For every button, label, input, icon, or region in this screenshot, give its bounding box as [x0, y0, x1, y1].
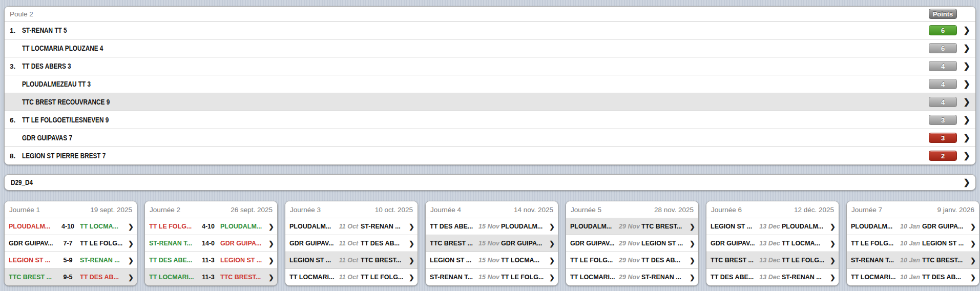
home-team: TTC BREST ... — [430, 240, 477, 247]
chevron-right-icon: ❯ — [546, 274, 555, 281]
journee-date: 26 sept. 2025 — [231, 206, 273, 214]
match-row[interactable]: TT LE FOLG... 4-10 PLOUDALM... ❯ — [145, 218, 277, 235]
journee-header: Journée 3 10 oct. 2025 — [285, 201, 418, 218]
away-team: PLOUDALM... — [501, 223, 546, 230]
match-date: 13 Dec — [758, 257, 782, 264]
match-date: 15 Nov — [477, 240, 501, 247]
away-team: ST-RENAN ... — [782, 274, 826, 281]
match-date: 10 Jan — [898, 240, 922, 247]
standings-row[interactable]: GDR GUIPAVAS 7 3 ❯ — [5, 129, 975, 147]
match-row[interactable]: ST-RENAN T... 10 Jan TTC BREST... ❯ — [847, 252, 979, 268]
chevron-right-icon: ❯ — [967, 257, 976, 264]
chevron-right-icon: ❯ — [265, 274, 274, 281]
match-row[interactable]: TT DES ABE... 15 Nov PLOUDALM... ❯ — [426, 218, 558, 235]
match-row[interactable]: TT LE FOLG... 29 Nov TT DES AB... ❯ — [566, 252, 698, 268]
standings-row[interactable]: PLOUDALMEZEAU TT 3 4 ❯ — [5, 75, 975, 93]
match-row[interactable]: PLOUDALM... 11 Oct ST-RENAN ... ❯ — [285, 218, 418, 235]
journee-title: Journée 2 — [150, 206, 180, 214]
points-badge: 4 — [929, 79, 957, 89]
match-row[interactable]: LEGION ST ... 13 Dec PLOUDALM... ❯ — [706, 218, 839, 235]
chevron-right-icon: ❯ — [546, 240, 555, 247]
points-header-badge: Points — [929, 9, 957, 19]
home-team: GDR GUIPAV... — [289, 240, 337, 247]
journee-header: Journée 2 26 sept. 2025 — [145, 201, 277, 218]
journee-card: Journée 1 19 sept. 2025 PLOUDALM... 4-10… — [4, 201, 137, 286]
match-row[interactable]: GDR GUIPAV... 7-7 TT LE FOLG... ❯ — [5, 235, 137, 252]
away-team: GDR GUIPA... — [501, 240, 546, 247]
rank-label: 6. — [10, 116, 22, 124]
journee-title: Journée 7 — [851, 206, 882, 214]
home-team: TT DES ABE... — [149, 257, 196, 264]
home-team: TT DES ABE... — [430, 223, 477, 230]
standings-row[interactable]: 6. TT LE FOLGOET/LESNEVEN 9 3 ❯ — [5, 111, 975, 129]
standings-row[interactable]: TT LOCMARIA PLOUZANE 4 6 ❯ — [5, 39, 975, 57]
match-row[interactable]: TT LOCMARI... 10 Jan TT DES AB... ❯ — [847, 268, 979, 285]
away-team: LEGION ST ... — [641, 240, 686, 247]
team-name: PLOUDALMEZEAU TT 3 — [22, 80, 91, 88]
home-team: GDR GUIPAV... — [711, 240, 758, 247]
match-date: 11 Oct — [337, 240, 361, 247]
match-score: 4-10 — [56, 223, 80, 230]
match-row[interactable]: TT LE FOLG... 10 Jan LEGION ST ... ❯ — [847, 235, 979, 252]
home-team: PLOUDALM... — [851, 223, 898, 230]
chevron-right-icon: ❯ — [124, 223, 134, 230]
away-team: TT LE FOLG... — [80, 240, 124, 247]
match-score: 9-5 — [56, 274, 80, 281]
chevron-right-icon: ❯ — [546, 257, 555, 264]
match-row[interactable]: TT DES ABE... 13 Dec ST-RENAN ... ❯ — [706, 268, 839, 285]
chevron-right-icon: ❯ — [124, 274, 134, 281]
match-row[interactable]: TT LOCMARI... 29 Nov ST-RENAN ... ❯ — [566, 268, 698, 285]
team-name: TTC BREST RECOUVRANCE 9 — [22, 98, 110, 106]
chevron-right-icon: ❯ — [405, 223, 414, 230]
match-row[interactable]: TTC BREST ... 9-5 TT DES AB... ❯ — [5, 268, 137, 285]
match-row[interactable]: LEGION ST ... 11 Oct TTC BREST... ❯ — [285, 252, 418, 268]
chevron-right-icon: ❯ — [546, 223, 555, 230]
points-badge: 3 — [929, 115, 957, 125]
match-row[interactable]: GDR GUIPAV... 13 Dec TT LOCMA... ❯ — [706, 235, 839, 252]
chevron-right-icon: ❯ — [265, 257, 274, 264]
match-date: 10 Jan — [898, 274, 922, 281]
match-row[interactable]: ST-RENAN T... 15 Nov TT LE FOLG... ❯ — [426, 268, 558, 285]
standings-row[interactable]: 3. TT DES ABERS 3 4 ❯ — [5, 57, 975, 75]
chevron-right-icon: ❯ — [686, 240, 695, 247]
journee-card: Journée 3 10 oct. 2025 PLOUDALM... 11 Oc… — [285, 201, 418, 286]
journee-title: Journée 6 — [711, 206, 742, 214]
journee-title: Journée 4 — [430, 206, 461, 214]
match-score: 5-9 — [56, 257, 80, 264]
match-row[interactable]: LEGION ST ... 5-9 ST-RENAN ... ❯ — [5, 252, 137, 268]
match-row[interactable]: PLOUDALM... 10 Jan GDR GUIPA... ❯ — [847, 218, 979, 235]
standings-row[interactable]: TTC BREST RECOUVRANCE 9 4 ❯ — [5, 93, 975, 111]
match-row[interactable]: TTC BREST ... 15 Nov GDR GUIPA... ❯ — [426, 235, 558, 252]
division-row[interactable]: D29_D4 ❯ — [4, 174, 976, 191]
match-row[interactable]: PLOUDALM... 4-10 TT LOCMA... ❯ — [5, 218, 137, 235]
away-team: ST-RENAN ... — [361, 223, 405, 230]
match-date: 13 Dec — [758, 223, 782, 230]
points-badge: 4 — [929, 97, 957, 107]
standings-row[interactable]: 1. ST-RENAN TT 5 6 ❯ — [5, 21, 975, 39]
match-row[interactable]: GDR GUIPAV... 11 Oct TT DES AB... ❯ — [285, 235, 418, 252]
home-team: LEGION ST ... — [430, 257, 477, 264]
team-name: ST-RENAN TT 5 — [22, 26, 67, 34]
chevron-right-icon: ❯ — [957, 26, 970, 34]
match-row[interactable]: TT DES ABE... 11-3 LEGION ST ... ❯ — [145, 252, 277, 268]
journee-title: Journée 1 — [9, 206, 40, 214]
match-row[interactable]: TT LOCMARI... 11 Oct TT LE FOLG... ❯ — [285, 268, 418, 285]
match-row[interactable]: GDR GUIPAV... 29 Nov LEGION ST ... ❯ — [566, 235, 698, 252]
journee-date: 28 nov. 2025 — [654, 206, 694, 214]
match-score: 7-7 — [56, 240, 80, 247]
match-row[interactable]: ST-RENAN T... 14-0 GDR GUIPA... ❯ — [145, 235, 277, 252]
away-team: PLOUDALM... — [220, 223, 265, 230]
match-row[interactable]: TT LOCMARI... 11-3 TTC BREST... ❯ — [145, 268, 277, 285]
standings-row[interactable]: 8. LEGION ST PIERRE BREST 7 2 ❯ — [5, 147, 975, 164]
home-team: PLOUDALM... — [570, 223, 617, 230]
away-team: LEGION ST ... — [922, 240, 967, 247]
journee-date: 9 janv. 2026 — [937, 206, 974, 214]
journee-title: Journée 5 — [571, 206, 601, 214]
away-team: TTC BREST... — [641, 223, 686, 230]
match-row[interactable]: TTC BREST ... 13 Dec TT LE FOLG... ❯ — [706, 252, 839, 268]
match-date: 11 Oct — [337, 223, 361, 230]
match-row[interactable]: PLOUDALM... 29 Nov TTC BREST... ❯ — [566, 218, 698, 235]
journee-card: Journée 2 26 sept. 2025 TT LE FOLG... 4-… — [144, 201, 278, 286]
match-row[interactable]: LEGION ST ... 15 Nov TT LOCMA... ❯ — [426, 252, 558, 268]
chevron-right-icon: ❯ — [957, 98, 970, 106]
